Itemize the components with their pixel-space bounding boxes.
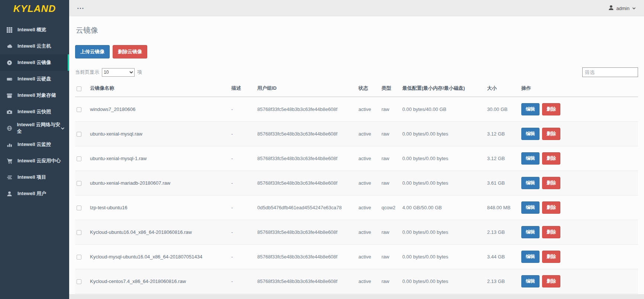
sidebar-item-cloud[interactable]: Intewell 云主机 (0, 38, 69, 54)
table-row: ubuntu-xenial-mysql.raw - 85768f33fc5e48… (75, 122, 638, 146)
row-checkbox[interactable] (77, 156, 81, 161)
cell-size: 2.13 GB (486, 269, 520, 294)
cell-type: raw (380, 269, 401, 294)
delete-button[interactable]: 删除 (542, 275, 560, 287)
menu-dots-icon[interactable]: ••• (77, 6, 85, 10)
cell-description: - (230, 171, 256, 195)
row-checkbox[interactable] (77, 255, 81, 260)
header-min-config: 最低配置(最小内存/最小磁盘) (401, 81, 486, 97)
filter-input[interactable] (582, 67, 638, 77)
sidebar-item-label: Intewell 云应用中心 (17, 158, 61, 164)
header-image-name: 云镜像名称 (88, 81, 230, 97)
archive-icon (7, 93, 13, 98)
sidebar-item-tasks[interactable]: Intewell 项目 (0, 169, 69, 185)
edit-button[interactable]: 编辑 (521, 226, 540, 238)
row-checkbox[interactable] (77, 132, 81, 137)
sidebar-item-camera[interactable]: Intewell 云快照 (0, 104, 69, 120)
cell-size: 3.12 GB (486, 122, 520, 146)
cell-type: raw (380, 97, 401, 122)
cell-description: - (230, 269, 256, 294)
sidebar-item-grid[interactable]: Intewell 概览 (0, 22, 69, 38)
tasks-icon (7, 175, 13, 180)
sidebar-item-hdd[interactable]: Intewell 云硬盘 (0, 71, 69, 87)
row-checkbox[interactable] (77, 206, 81, 210)
cell-image-name: ubuntu-xenial-mysql-1.raw (88, 146, 230, 171)
delete-button[interactable]: 删除 (542, 152, 560, 165)
grid-icon (7, 27, 13, 33)
header-size: 大小 (486, 81, 520, 97)
delete-button[interactable]: 删除 (542, 201, 560, 214)
select-all-checkbox[interactable] (77, 86, 81, 91)
filter-control (582, 67, 638, 77)
header-group-id: 用户组ID (256, 81, 357, 97)
cell-type: qcow2 (380, 195, 401, 220)
cell-min-config: 4.00 GB/50.00 GB (401, 195, 486, 220)
cell-size: 2.13 GB (486, 220, 520, 245)
sidebar: KYLAND Intewell 概览 Intewell 云主机 Intewell… (0, 0, 69, 299)
cell-group-id: 85768f33fc5e48b3b3c63fe44b8e608f (256, 245, 357, 269)
sidebar-item-globe[interactable]: Intewell 云网络与安全 (0, 120, 69, 136)
chevron-down-icon (632, 6, 636, 11)
page-size-select[interactable]: 10 (102, 68, 135, 77)
sidebar-item-chart[interactable]: Intewell 云监控 (0, 136, 69, 153)
table-row: windows7_20180606 - 85768f33fc5e48b3b3c6… (75, 97, 638, 122)
header-description: 描述 (230, 81, 256, 97)
cell-status: active (357, 146, 380, 171)
edit-button[interactable]: 编辑 (521, 152, 540, 165)
sidebar-item-disc[interactable]: Intewell 云镜像 (0, 54, 69, 71)
sidebar-item-user[interactable]: Intewell 用户 (0, 185, 69, 202)
sidebar-item-archive[interactable]: Intewell 对象存储 (0, 87, 69, 104)
chart-icon (7, 142, 13, 147)
table-row: ubuntu-xenial-mysql-1.raw - 85768f33fc5e… (75, 146, 638, 171)
sidebar-item-label: Intewell 云镜像 (17, 59, 51, 66)
cell-image-name: Kycloud-mysql-ubuntu16.04_x86_64-2018070… (88, 245, 230, 269)
edit-button[interactable]: 编辑 (521, 275, 540, 287)
cell-type: raw (380, 171, 401, 195)
delete-image-button[interactable]: 删除云镜像 (113, 45, 147, 58)
main-panel: 云镜像 上传云镜像 删除云镜像 当前页显示 10 项 云镜像名称 描述 用户组I… (69, 16, 644, 294)
upload-image-button[interactable]: 上传云镜像 (75, 45, 110, 58)
table-row: lzp-test-ubuntu16 - 0d5db5476dfb461ead45… (75, 195, 638, 220)
cell-status: active (357, 220, 380, 245)
cell-type: raw (380, 294, 401, 299)
edit-button[interactable]: 编辑 (521, 201, 540, 214)
table-header-row: 云镜像名称 描述 用户组ID 状态 类型 最低配置(最小内存/最小磁盘) 大小 … (75, 81, 638, 97)
delete-button[interactable]: 删除 (542, 128, 560, 140)
sidebar-item-label: Intewell 用户 (17, 190, 46, 197)
sidebar-item-cart[interactable]: Intewell 云应用中心 (0, 153, 69, 169)
cell-image-name: Kycloud-centos7.4_x86_64-20180523.raw (88, 294, 230, 299)
edit-button[interactable]: 编辑 (521, 103, 540, 115)
edit-button[interactable]: 编辑 (521, 128, 540, 140)
cell-min-config: 0.00 bytes/0.00 bytes (401, 171, 486, 195)
user-icon (608, 5, 614, 12)
sidebar-item-label: Intewell 云网络与安全 (17, 121, 61, 135)
cell-min-config: 0.00 bytes/40.00 GB (401, 97, 486, 122)
cell-size: 1.96 GB (486, 294, 520, 299)
sidebar-item-label: Intewell 云快照 (17, 108, 51, 115)
delete-button[interactable]: 删除 (542, 251, 560, 263)
cell-status: active (357, 294, 380, 299)
sidebar-item-label: Intewell 项目 (17, 174, 46, 181)
edit-button[interactable]: 编辑 (521, 251, 540, 263)
delete-button[interactable]: 删除 (542, 177, 560, 189)
cell-group-id: 85768f33fc5e48b3b3c63fe44b8e608f (256, 146, 357, 171)
user-menu[interactable]: admin (608, 5, 636, 12)
page-size-control: 当前页显示 10 项 (75, 68, 142, 77)
delete-button[interactable]: 删除 (542, 226, 560, 238)
cell-type: raw (380, 245, 401, 269)
row-checkbox[interactable] (77, 107, 81, 112)
delete-button[interactable]: 删除 (542, 103, 560, 115)
cell-status: active (357, 245, 380, 269)
row-checkbox[interactable] (77, 279, 81, 284)
row-checkbox[interactable] (77, 230, 81, 235)
table-row: Kycloud-mysql-ubuntu16.04_x86_64-2018070… (75, 245, 638, 269)
cloud-image-table: 云镜像名称 描述 用户组ID 状态 类型 最低配置(最小内存/最小磁盘) 大小 … (75, 81, 638, 299)
cell-image-name: Kycloud-ubuntu16.04_x86_64-2018060816.ra… (88, 220, 230, 245)
row-checkbox[interactable] (77, 181, 81, 186)
camera-icon (7, 109, 13, 115)
header-type: 类型 (380, 81, 401, 97)
chevron-down-icon (61, 126, 65, 130)
brand-logo[interactable]: KYLAND (0, 0, 69, 17)
page-size-suffix-label: 项 (137, 69, 142, 76)
edit-button[interactable]: 编辑 (521, 177, 540, 189)
